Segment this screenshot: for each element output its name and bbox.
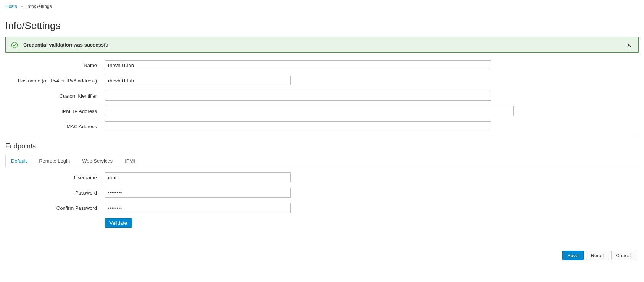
password-label: Password xyxy=(5,190,105,196)
save-button[interactable]: Save xyxy=(562,251,584,260)
tab-remote-login[interactable]: Remote Login xyxy=(33,155,76,167)
name-input[interactable] xyxy=(105,60,491,70)
success-alert: Credential validation was successful × xyxy=(5,37,639,53)
ipmi-ip-input[interactable] xyxy=(105,106,514,116)
endpoints-title: Endpoints xyxy=(5,142,639,150)
tab-ipmi[interactable]: IPMI xyxy=(119,155,141,167)
page-title: Info/Settings xyxy=(5,20,639,32)
close-icon: × xyxy=(627,41,631,49)
custom-identifier-input[interactable] xyxy=(105,91,491,101)
username-label: Username xyxy=(5,175,105,180)
password-input[interactable] xyxy=(105,188,291,198)
mac-address-label: MAC Address xyxy=(5,124,105,129)
breadcrumb-current: Info/Settings xyxy=(26,4,52,9)
check-circle-icon xyxy=(11,42,18,48)
reset-button[interactable]: Reset xyxy=(586,251,609,260)
tab-default[interactable]: Default xyxy=(5,155,32,167)
endpoints-form: Username Password Confirm Password Valid… xyxy=(5,167,639,228)
svg-point-0 xyxy=(12,42,18,48)
name-label: Name xyxy=(5,63,105,68)
hostname-label: Hostname (or IPv4 or IPv6 address) xyxy=(5,78,105,84)
tab-web-services[interactable]: Web Services xyxy=(76,155,118,167)
divider xyxy=(5,137,639,137)
hostname-input[interactable] xyxy=(105,76,291,85)
ipmi-ip-label: IPMI IP Address xyxy=(5,108,105,114)
validate-button[interactable]: Validate xyxy=(105,218,132,228)
alert-message: Credential validation was successful xyxy=(23,42,110,48)
footer-actions: Save Reset Cancel xyxy=(5,251,639,260)
endpoints-tabs: Default Remote Login Web Services IPMI xyxy=(5,154,639,167)
breadcrumb: Hosts » Info/Settings xyxy=(5,0,639,12)
host-form: Name Hostname (or IPv4 or IPv6 address) … xyxy=(5,60,639,131)
breadcrumb-hosts-link[interactable]: Hosts xyxy=(5,4,17,9)
mac-address-input[interactable] xyxy=(105,121,491,131)
custom-identifier-label: Custom Identifier xyxy=(5,93,105,99)
cancel-button[interactable]: Cancel xyxy=(611,251,636,260)
confirm-password-input[interactable] xyxy=(105,203,291,213)
username-input[interactable] xyxy=(105,172,291,182)
alert-close-button[interactable]: × xyxy=(624,40,634,50)
confirm-password-label: Confirm Password xyxy=(5,205,105,211)
breadcrumb-separator-icon: » xyxy=(21,5,23,9)
